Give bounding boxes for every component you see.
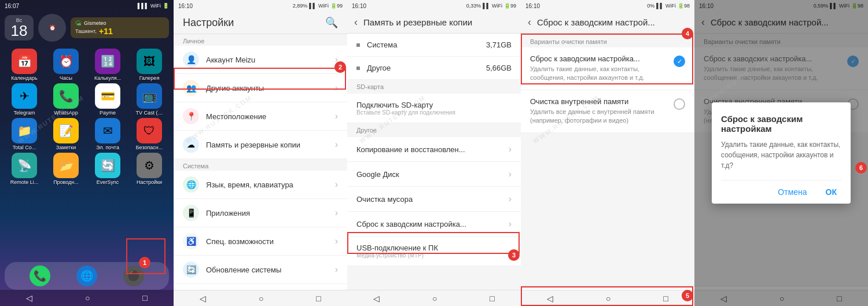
app-notes-label: Заметки bbox=[56, 145, 76, 150]
nav-back-4[interactable]: ◁ bbox=[547, 294, 553, 303]
settings-item-language[interactable]: 🌐 Язык, время, клавиатура › bbox=[174, 171, 347, 199]
ok-button[interactable]: ОК bbox=[821, 185, 841, 199]
nav-home-1[interactable]: ○ bbox=[85, 293, 90, 303]
app-whatsapp-label: WhatsApp bbox=[54, 110, 78, 116]
nav-back-1[interactable]: ◁ bbox=[26, 293, 32, 303]
app-eversync[interactable]: 🔄 EverSync bbox=[88, 153, 127, 185]
whatsapp-icon: 📞 bbox=[53, 83, 79, 109]
calendar-icon: 📅 bbox=[12, 49, 37, 74]
usb-item[interactable]: USB-подключение к ПК Медиа-устройство (М… bbox=[347, 237, 521, 266]
memory-screen: 16:10 0,33% ▌▌ WiFi 🔋99 ‹ Память и резер… bbox=[347, 0, 521, 306]
app-notes[interactable]: 📝 Заметки bbox=[46, 118, 86, 150]
notes-icon: 📝 bbox=[53, 118, 79, 143]
app-calc[interactable]: 🔢 Калькуля... bbox=[88, 49, 127, 81]
clean-trash-label: Очистка мусора bbox=[356, 195, 509, 204]
section-system: Система bbox=[174, 159, 347, 171]
app-tvcast[interactable]: 📺 TV Cast (… bbox=[130, 83, 169, 116]
battery-pct-2: 2,89% bbox=[293, 3, 308, 9]
nav-home-2[interactable]: ○ bbox=[259, 294, 263, 303]
settings-item-accessibility[interactable]: ♿ Спец. возможности › bbox=[174, 227, 347, 256]
nav-recents-3[interactable]: □ bbox=[490, 294, 494, 303]
telegram-icon: ✈ bbox=[12, 83, 37, 109]
nav-back-2[interactable]: ◁ bbox=[200, 294, 206, 303]
clean-trash-item[interactable]: Очистка мусора › bbox=[347, 187, 521, 212]
back-button-3[interactable]: ‹ bbox=[354, 16, 358, 28]
app-remoteli-label: Remote Li... bbox=[10, 179, 39, 185]
weather-widget: 🌤 Gismeteo Ташкент, +11 bbox=[71, 17, 169, 38]
app-totalco-label: Total Co... bbox=[13, 145, 36, 150]
accessibility-label: Спец. возможности bbox=[206, 237, 335, 246]
section-other: Другое bbox=[347, 123, 521, 137]
settings-item-location[interactable]: 📍 Местоположение › bbox=[174, 102, 347, 131]
battery-2: 🔋99 bbox=[330, 3, 343, 9]
memory-title: Память и резервные копии bbox=[363, 17, 472, 27]
confirm-dialog: Сброс к заводским настройкам Удалить так… bbox=[712, 102, 851, 204]
app-clock[interactable]: ⏰ Часы bbox=[46, 49, 86, 81]
connect-sd-desc: Вставьте SD-карту для подключения bbox=[356, 109, 455, 116]
google-drive-arrow: › bbox=[509, 169, 512, 179]
other-accounts-arrow: › bbox=[335, 83, 338, 93]
reset-options-screen: 16:10 0% ▌▌ WiFi 🔋98 ‹ Сброс к заводским… bbox=[521, 0, 694, 306]
settings-screen: 16:10 2,89% ▌▌ WiFi 🔋99 Настройки 🔍 Личн… bbox=[174, 0, 347, 306]
clear-memory-radio[interactable] bbox=[674, 98, 685, 110]
app-gallery[interactable]: 🖼 Галерея bbox=[130, 49, 169, 81]
status-bar-3: 16:10 0,33% ▌▌ WiFi 🔋99 bbox=[347, 0, 521, 12]
connect-sd-item[interactable]: Подключить SD-карту Вставьте SD-карту дл… bbox=[347, 94, 521, 123]
app-email[interactable]: ✉ Эл. почта bbox=[88, 118, 127, 150]
payme-icon: 💳 bbox=[95, 83, 120, 109]
dock-camera[interactable]: ⚫ bbox=[123, 266, 144, 286]
app-security[interactable]: 🛡 Безопасн... bbox=[130, 118, 169, 150]
status-bar-1: 16:07 ▌▌▌ WiFi 🔋 bbox=[0, 0, 174, 12]
clear-memory-option[interactable]: Очистка внутренней памяти Удалить все да… bbox=[521, 90, 694, 133]
nav-home-3[interactable]: ○ bbox=[432, 294, 437, 303]
nav-recents-4[interactable]: □ bbox=[663, 294, 668, 303]
memory-header: ‹ Память и резервные копии bbox=[347, 12, 521, 34]
app-telegram[interactable]: ✈ Telegram bbox=[5, 83, 44, 116]
app-totalco[interactable]: 📁 Total Co... bbox=[5, 118, 44, 150]
app-settings[interactable]: ⚙ Настройки bbox=[130, 153, 169, 185]
tvcast-icon: 📺 bbox=[137, 83, 162, 109]
app-calendar[interactable]: 📅 Календарь bbox=[5, 49, 44, 81]
apps-icon: 📱 bbox=[183, 205, 199, 221]
factory-reset-label: Сброс к заводским настройка... bbox=[356, 220, 509, 228]
back-button-4[interactable]: ‹ bbox=[528, 16, 531, 28]
nav-recents-1[interactable]: □ bbox=[142, 293, 147, 303]
nav-back-3[interactable]: ◁ bbox=[373, 294, 380, 303]
nav-home-4[interactable]: ○ bbox=[606, 294, 610, 303]
settings-item-apps[interactable]: 📱 Приложения › bbox=[174, 199, 347, 227]
calc-icon: 🔢 bbox=[95, 49, 120, 74]
dock-phone[interactable]: 📞 bbox=[30, 266, 50, 286]
step4-indicator: 4 bbox=[682, 28, 693, 39]
cancel-button[interactable]: Отмена bbox=[773, 185, 811, 199]
other-accounts-label: Другие аккаунты bbox=[206, 84, 335, 93]
search-icon[interactable]: 🔍 bbox=[325, 16, 338, 29]
settings-item-memory[interactable]: ☁ Память и резервные копии › bbox=[174, 131, 347, 159]
app-remoteli[interactable]: 📡 Remote Li... bbox=[5, 153, 44, 185]
app-whatsapp[interactable]: 📞 WhatsApp bbox=[46, 83, 86, 116]
app-telegram-label: Telegram bbox=[13, 110, 35, 116]
status-time-1: 16:07 bbox=[5, 3, 19, 9]
dock-browser[interactable]: 🌐 bbox=[76, 266, 97, 286]
clean-trash-arrow: › bbox=[509, 194, 512, 204]
status-icons-1: ▌▌▌ WiFi 🔋 bbox=[138, 3, 169, 9]
factory-reset-item[interactable]: Сброс к заводским настройка... › bbox=[347, 212, 521, 237]
totalco-icon: 📁 bbox=[12, 118, 37, 143]
app-explorer-label: Проводн... bbox=[53, 179, 79, 185]
backup-restore-item[interactable]: Копирование и восстановлен... › bbox=[347, 137, 521, 162]
date-day: Вс bbox=[16, 17, 23, 23]
language-icon: 🌐 bbox=[183, 176, 199, 193]
settings-item-update[interactable]: 🔄 Обновление системы › bbox=[174, 256, 347, 284]
location-label: Местоположение bbox=[206, 112, 335, 121]
factory-reset-radio[interactable] bbox=[674, 56, 685, 67]
settings-item-other-accounts[interactable]: 👥 Другие аккаунты › bbox=[174, 74, 347, 102]
app-explorer[interactable]: 📂 Проводн... bbox=[46, 153, 86, 185]
google-drive-item[interactable]: Google Диск › bbox=[347, 162, 521, 187]
factory-reset-option[interactable]: Сброс к заводским настройка... Удалить т… bbox=[521, 47, 694, 90]
battery-icon-1: 🔋 bbox=[163, 3, 169, 9]
signal-2: ▌▌ bbox=[309, 3, 317, 9]
nav-recents-2[interactable]: □ bbox=[316, 294, 321, 303]
settings-item-account[interactable]: 👤 Аккаунт Meizu › bbox=[174, 46, 347, 74]
explorer-icon: 📂 bbox=[53, 153, 79, 178]
app-payme[interactable]: 💳 Payme bbox=[88, 83, 127, 116]
reset-dialog-screen: 16:10 0,59% ▌▌ WiFi 🔋98 ‹ Сброс к заводс… bbox=[694, 0, 868, 306]
